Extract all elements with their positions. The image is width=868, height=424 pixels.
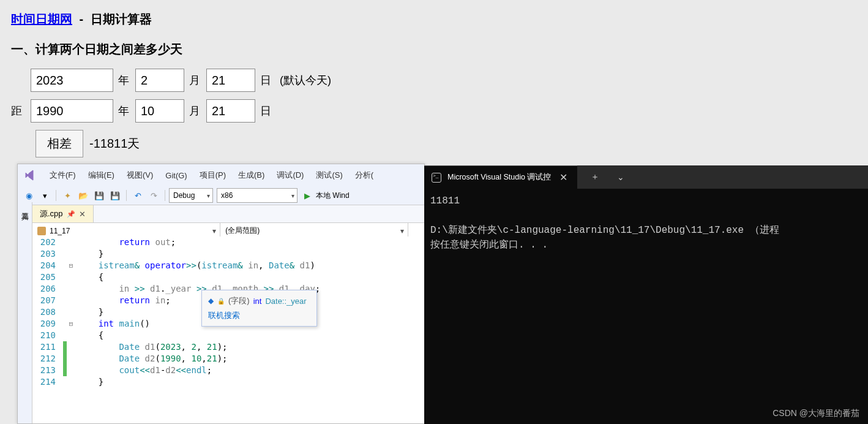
year1-input[interactable]	[31, 69, 113, 92]
code-text: {	[75, 330, 424, 341]
month2-input[interactable]	[135, 99, 184, 123]
line-number: 212	[32, 353, 63, 365]
default-hint: (默认今天)	[280, 73, 331, 88]
menu-project[interactable]: 项目(P)	[193, 167, 232, 183]
console-output[interactable]: 11811 D:\新建文件夹\c-language-learning\11_17…	[424, 189, 868, 257]
page-title: 日期计算器	[91, 12, 152, 26]
vs-menubar: 文件(F) 编辑(E) 视图(V) Git(G) 项目(P) 生成(B) 调试(…	[18, 164, 424, 186]
menu-git[interactable]: Git(G)	[159, 168, 193, 183]
redo-icon[interactable]: ↷	[146, 189, 161, 202]
new-tab-icon[interactable]: ＋	[582, 172, 608, 183]
site-link[interactable]: 时间日期网	[11, 12, 72, 26]
menu-edit[interactable]: 编辑(E)	[82, 167, 121, 183]
menu-debug[interactable]: 调试(D)	[271, 167, 310, 183]
section-heading: 一、计算两个日期之间差多少天	[11, 41, 857, 58]
editor-tab[interactable]: 源.cpp 📌 ✕	[32, 205, 94, 222]
intellisense-tooltip: ◆ 🔒 (字段) int Date::_year 联机搜索	[201, 290, 317, 327]
day2-input[interactable]	[206, 99, 255, 123]
code-editor[interactable]: 202 return out;203 }204⊟ istream& operat…	[32, 237, 424, 423]
fold-icon	[67, 271, 75, 283]
nav-project-label: 11_17	[50, 227, 70, 235]
vs-tab-row: 源.cpp 📌 ✕	[18, 205, 424, 223]
code-text: istream& operator>>(istream& in, Date& d…	[75, 260, 424, 271]
day1-input[interactable]	[206, 69, 255, 92]
vs-toolbox-sidebar[interactable]: 工具箱	[18, 202, 32, 423]
fold-icon	[67, 283, 75, 295]
nav-back-icon[interactable]: ◉	[21, 189, 36, 202]
undo-icon[interactable]: ↶	[130, 189, 145, 202]
fold-icon	[67, 248, 75, 260]
console-tab[interactable]: Microsoft Visual Studio 调试控 ✕	[424, 165, 577, 189]
visual-studio-window: 文件(F) 编辑(E) 视图(V) Git(G) 项目(P) 生成(B) 调试(…	[17, 164, 425, 424]
date-row-1: 年 月 日 (默认今天)	[11, 69, 857, 92]
result-text: -11811天	[89, 135, 140, 152]
line-number: 210	[32, 330, 63, 341]
platform-combo[interactable]: x86	[217, 188, 297, 203]
tooltip-field-label: (字段)	[228, 295, 250, 306]
play-icon[interactable]: ▶	[300, 189, 315, 202]
online-search-link[interactable]: 联机搜索	[208, 311, 240, 320]
code-line[interactable]: 203 }	[32, 248, 424, 260]
code-line[interactable]: 205 {	[32, 271, 424, 283]
fold-icon	[67, 330, 75, 341]
console-titlebar: Microsoft Visual Studio 调试控 ✕ ＋ ⌄	[424, 165, 868, 189]
code-text: Date d1(2023, 2, 21);	[75, 341, 424, 353]
menu-file[interactable]: 文件(F)	[43, 167, 82, 183]
console-title: Microsoft Visual Studio 调试控	[447, 172, 551, 183]
line-number: 207	[32, 295, 63, 306]
line-number: 213	[32, 365, 63, 376]
tooltip-type: int	[253, 297, 262, 306]
nav-fwd-icon[interactable]: ▾	[37, 189, 52, 202]
code-line[interactable]: 213 cout<<d1-d2<<endl;	[32, 365, 424, 376]
fold-icon[interactable]: ⊟	[67, 260, 75, 271]
code-line[interactable]: 204⊟ istream& operator>>(istream& in, Da…	[32, 260, 424, 271]
console-controls: ＋ ⌄	[582, 165, 634, 189]
year2-input[interactable]	[31, 99, 113, 123]
save-icon[interactable]: 💾	[92, 189, 107, 202]
line-number: 214	[32, 376, 63, 388]
diff-button[interactable]: 相差	[36, 130, 83, 157]
code-line[interactable]: 210 {	[32, 330, 424, 341]
code-line[interactable]: 212 Date d2(1990, 10,21);	[32, 353, 424, 365]
vs-logo-icon	[21, 167, 39, 184]
web-page-area: 时间日期网 - 日期计算器 一、计算两个日期之间差多少天 年 月 日 (默认今天…	[0, 0, 868, 168]
line-number: 206	[32, 283, 63, 295]
new-project-icon[interactable]: ✦	[60, 189, 75, 202]
fold-icon	[67, 353, 75, 365]
menu-build[interactable]: 生成(B)	[232, 167, 271, 183]
code-line[interactable]: 214 }	[32, 376, 424, 388]
nav-scope-label: (全局范围)	[225, 225, 260, 236]
menu-test[interactable]: 测试(S)	[310, 167, 348, 183]
code-line[interactable]: 211 Date d1(2023, 2, 21);	[32, 341, 424, 353]
save-all-icon[interactable]: 💾	[108, 189, 122, 202]
month1-input[interactable]	[135, 69, 184, 92]
line-number: 204	[32, 260, 63, 271]
fold-icon[interactable]: ⊟	[67, 318, 75, 330]
run-label[interactable]: 本地 Wind	[316, 191, 350, 201]
fold-icon	[67, 365, 75, 376]
line-number: 208	[32, 306, 63, 318]
menu-view[interactable]: 视图(V)	[121, 167, 159, 183]
line-number: 205	[32, 271, 63, 283]
fold-icon	[67, 306, 75, 318]
code-text: cout<<d1-d2<<endl;	[75, 365, 424, 376]
fold-icon	[67, 376, 75, 388]
watermark: CSDN @大海里的番茄	[773, 408, 859, 419]
field-icon: ◆	[208, 297, 214, 305]
result-row: 相差 -11811天	[36, 130, 857, 157]
line-number: 211	[32, 341, 63, 353]
menu-analyze[interactable]: 分析(	[349, 167, 380, 183]
tab-dropdown-icon[interactable]: ⌄	[608, 172, 634, 182]
toolbar-sep	[56, 190, 56, 201]
code-text: {	[75, 271, 424, 283]
config-combo[interactable]: Debug	[169, 188, 213, 203]
tab-close-icon[interactable]: ✕	[557, 172, 570, 183]
date-row-2: 距 年 月 日	[11, 99, 857, 123]
code-line[interactable]: 202 return out;	[32, 237, 424, 248]
fold-icon	[67, 237, 75, 248]
toolbar-sep2	[126, 190, 127, 201]
month1-label: 月	[189, 73, 200, 88]
pin-icon[interactable]: 📌	[67, 210, 75, 218]
close-icon[interactable]: ✕	[79, 210, 86, 219]
open-icon[interactable]: 📂	[76, 189, 91, 202]
